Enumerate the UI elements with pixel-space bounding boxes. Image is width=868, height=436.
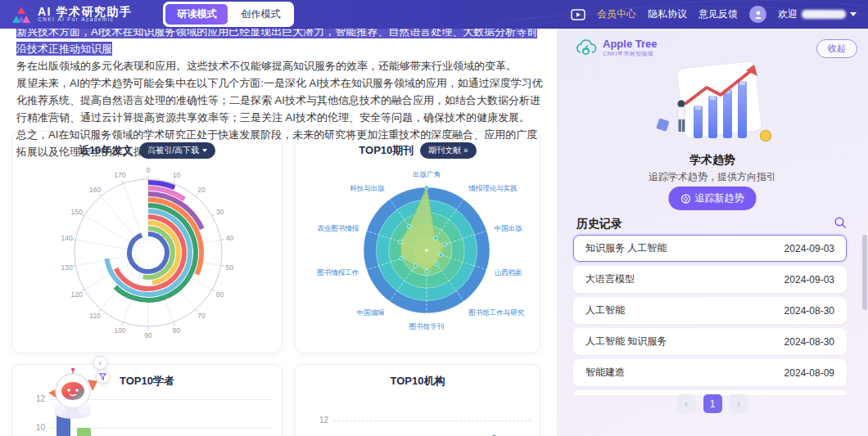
svg-text:60: 60 <box>216 290 224 299</box>
svg-text:40: 40 <box>226 234 234 242</box>
radar-axis-label: 科技与出版 <box>350 184 385 192</box>
svg-text:140: 140 <box>61 234 72 242</box>
pagination-next-button[interactable]: › <box>730 394 748 413</box>
radar-axis-label: 情报理论与实践 <box>468 184 518 192</box>
welcome-label: 欢迎 <box>778 7 798 21</box>
filter-funnel-button[interactable] <box>96 370 110 384</box>
svg-text:20: 20 <box>197 186 206 194</box>
svg-text:70: 70 <box>197 312 206 320</box>
svg-text:170: 170 <box>114 171 125 179</box>
highlighted-text-line: 新兴技术方面，AI技术在知识服务领域的应用已经显现出巨大潜力，智能推荐、自然语言… <box>16 25 537 56</box>
assistant-sidebar: Apple Tree CNKI苹果树智能体 收起 学术趋势 追踪学术趋 <box>557 29 868 436</box>
feature-title: 学术趋势 <box>557 153 868 168</box>
paragraph-2: 展望未来，AI的学术趋势可能会集中在以下几个方面:一是深化 AI技术在知识服务领… <box>16 74 543 126</box>
pagination-prev-button[interactable]: ‹ <box>677 394 696 413</box>
summary-text-block: 新兴技术方面，AI技术在知识服务领域的应用已经显现出巨大潜力，智能推荐、自然语言… <box>0 23 555 160</box>
radar-axis-label: 图书馆工作与研究 <box>468 308 525 317</box>
history-date: 2024-08-30 <box>784 336 834 348</box>
svg-text:120: 120 <box>70 290 82 299</box>
compass-icon <box>681 194 691 204</box>
pagination: ‹ 1 › <box>557 394 868 413</box>
history-list: 知识服务 人工智能2024-09-03大语言模型2024-09-03人工智能20… <box>573 235 847 395</box>
track-new-trends-button[interactable]: 追踪新趋势 <box>669 187 757 210</box>
app-logo-text: AI 学术研究助手 CNKI AI For Academic <box>38 6 132 24</box>
collapse-left-button[interactable]: ‹ <box>93 356 107 370</box>
trend-illustration <box>641 58 784 152</box>
svg-text:50: 50 <box>226 263 234 272</box>
app-title: AI 学术研究助手 <box>38 6 132 18</box>
svg-text:30: 30 <box>216 208 224 216</box>
app-subtitle: CNKI AI For Academic <box>38 17 132 23</box>
history-title: 历史记录 <box>576 217 622 231</box>
video-help-icon[interactable] <box>571 9 585 20</box>
history-item[interactable]: 人工智能 知识服务2024-08-30 <box>573 328 847 355</box>
header-link[interactable]: 会员中心 <box>597 7 636 21</box>
chevron-down-icon <box>850 12 857 16</box>
history-query: 智能建造 <box>585 366 625 380</box>
card-top10-orgs: TOP10机构 12 <box>295 364 540 436</box>
feature-tagline: 追踪学术趋势，提供方向指引 <box>557 170 868 184</box>
radar-axis-label: 农业图书情报 <box>317 224 359 232</box>
header-link[interactable]: 意见反馈 <box>698 7 738 21</box>
radar-axis-label: 图书馆学刊 <box>409 322 445 330</box>
history-item[interactable]: 知识服务 人工智能2024-09-03 <box>573 235 847 262</box>
radar-axis-label: 山西档案 <box>495 268 522 276</box>
card-top10-journals: TOP10期刊 期刊文献 » 出版广角情报理论与实践中国出版山西档案图书馆工作与… <box>295 131 540 353</box>
welcome-user[interactable]: 欢迎 <box>778 7 857 21</box>
radar-axis-label: 中国编辑 <box>357 308 385 317</box>
svg-text:100: 100 <box>114 326 125 335</box>
history-query: 知识服务 人工智能 <box>585 241 667 255</box>
brand-subtitle: CNKI苹果树智能体 <box>603 50 657 58</box>
scrollbar-thumb[interactable] <box>862 235 867 310</box>
svg-text:90: 90 <box>144 331 152 339</box>
cloud-apple-icon <box>575 39 598 57</box>
history-query: 人工智能 知识服务 <box>585 335 667 348</box>
history-query: 大语言模型 <box>585 272 635 286</box>
app-logo-icon <box>11 6 31 24</box>
svg-text:0: 0 <box>147 166 151 174</box>
history-query: 人工智能 <box>585 303 625 317</box>
collapse-sidebar-button[interactable]: 收起 <box>816 39 857 58</box>
bar <box>77 428 91 436</box>
svg-text:150: 150 <box>70 208 82 216</box>
brand-name: Apple Tree <box>603 38 657 50</box>
y-axis-tick: 12 <box>309 416 328 425</box>
card-top10-scholars: TOP10学者 1210 <box>11 364 283 436</box>
card-publications-10y: 近10年发文 高被引/高下载 0102030405060708090100110… <box>11 131 283 353</box>
radar-axis-label: 图书情报工作 <box>317 268 359 276</box>
avatar[interactable] <box>749 6 766 23</box>
header-links: 会员中心隐私协议意见反馈 <box>597 7 738 21</box>
journals-radar-chart: 出版广角情报理论与实践中国出版山西档案图书馆工作与研究图书馆学刊中国编辑图书情报… <box>296 153 540 349</box>
history-item[interactable]: 大语言模型2024-09-03 <box>573 266 847 293</box>
tab-create-mode[interactable]: 创作模式 <box>229 4 292 25</box>
history-item[interactable]: 人工智能2024-08-30 <box>573 297 847 324</box>
username-redacted <box>802 10 846 19</box>
user-icon <box>753 10 763 20</box>
paragraph-1: 务在出版领域的多元化表现和应用。这些技术不仅能够提高知识服务的效率，还能够带来行… <box>16 57 543 74</box>
y-axis-tick: 10 <box>25 423 45 432</box>
history-date: 2024-09-03 <box>784 274 834 285</box>
svg-text:130: 130 <box>61 263 72 272</box>
history-date: 2024-08-30 <box>784 305 834 317</box>
history-date: 2024-08-09 <box>784 367 834 379</box>
app-header: AI 学术研究助手 CNKI AI For Academic 研读模式创作模式 … <box>0 0 868 29</box>
svg-text:160: 160 <box>89 186 101 194</box>
radar-axis-label: 出版广角 <box>413 170 441 178</box>
header-right: 会员中心隐私协议意见反馈 欢迎 <box>571 6 857 23</box>
funnel-icon <box>99 373 106 380</box>
publications-polar-bar-chart: 0102030405060708090100110120130140150160… <box>12 153 283 349</box>
history-item[interactable]: 智能建造2024-08-09 <box>573 359 847 386</box>
svg-text:10: 10 <box>173 171 181 179</box>
apple-tree-brand: Apple Tree CNKI苹果树智能体 <box>575 38 657 58</box>
header-link[interactable]: 隐私协议 <box>648 7 687 21</box>
svg-text:110: 110 <box>89 312 101 320</box>
svg-text:80: 80 <box>173 326 181 335</box>
search-icon[interactable] <box>834 216 847 229</box>
tab-read-mode[interactable]: 研读模式 <box>165 4 228 25</box>
gridline <box>333 420 531 421</box>
pagination-page-1[interactable]: 1 <box>703 394 722 413</box>
window-scrollbar[interactable] <box>862 29 867 436</box>
orgs-bar-chart: 12 <box>296 365 540 436</box>
radar-axis-label: 中国出版 <box>495 224 523 232</box>
paragraph-3: 总之，AI在知识服务领域的学术研究正处于快速发展阶段，未来的研究将更加注重技术的… <box>16 126 543 160</box>
